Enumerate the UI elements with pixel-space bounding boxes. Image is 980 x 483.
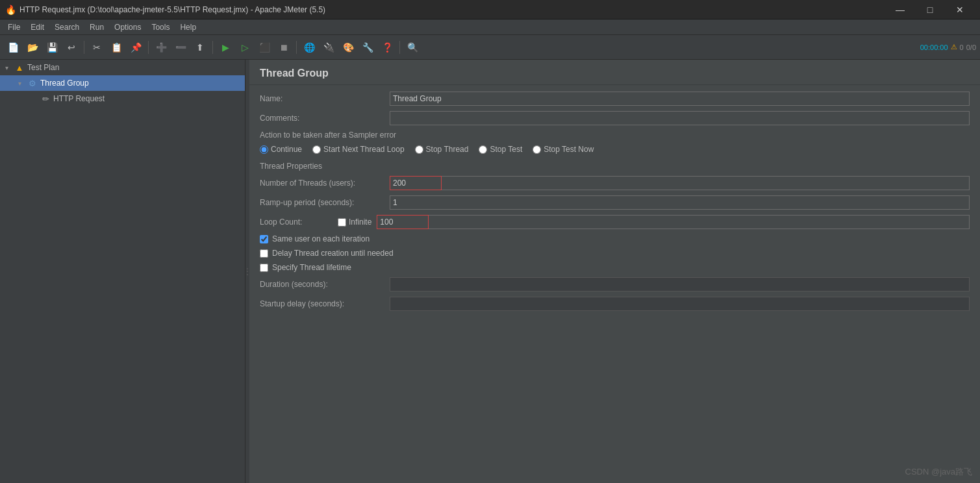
restore-button[interactable]: □ bbox=[915, 0, 945, 19]
move-up-button[interactable]: ⬆ bbox=[191, 38, 209, 56]
name-row: Name: bbox=[260, 92, 970, 106]
rampup-row: Ramp-up period (seconds): bbox=[260, 195, 970, 210]
title-bar: 🔥 HTTP Request.jmx (D:\tool\apache-jmete… bbox=[0, 0, 980, 19]
start-no-pause-button[interactable]: ▷ bbox=[236, 38, 254, 56]
startup-delay-row: Startup delay (seconds): bbox=[260, 297, 970, 311]
new-button[interactable]: 📄 bbox=[4, 38, 22, 56]
specify-lifetime-row: Specify Thread lifetime bbox=[260, 263, 970, 272]
tree-item-http-request[interactable]: ▾ ✏ HTTP Request bbox=[0, 91, 245, 106]
help-toolbar-button[interactable]: ❓ bbox=[378, 38, 396, 56]
menu-tools[interactable]: Tools bbox=[146, 21, 175, 34]
arrow-thread-icon: ▾ bbox=[18, 80, 27, 87]
app-icon: 🔥 bbox=[5, 5, 16, 15]
remote-start-button[interactable]: 🌐 bbox=[300, 38, 318, 56]
test-plan-icon: ▲ bbox=[14, 62, 25, 73]
menu-help[interactable]: Help bbox=[175, 21, 201, 34]
window-controls: — □ ✕ bbox=[885, 0, 975, 19]
watermark: CSDN @java路飞 bbox=[905, 466, 973, 478]
specify-lifetime-label: Specify Thread lifetime bbox=[272, 263, 351, 272]
radio-stop-thread[interactable]: Stop Thread bbox=[415, 145, 469, 154]
arrow-icon: ▾ bbox=[5, 64, 14, 71]
cut-button[interactable]: ✂ bbox=[88, 38, 106, 56]
menu-edit[interactable]: Edit bbox=[25, 21, 49, 34]
duration-row: Duration (seconds): bbox=[260, 277, 970, 291]
infinite-checkbox[interactable] bbox=[338, 218, 346, 227]
delay-thread-row: Delay Thread creation until needed bbox=[260, 249, 970, 258]
tree-panel: ▾ ▲ Test Plan ▾ ⚙ Thread Group ▾ ✏ HTTP … bbox=[0, 60, 245, 483]
radio-start-next-label: Start Next Thread Loop bbox=[323, 145, 405, 154]
loop-count-input[interactable] bbox=[377, 215, 429, 229]
remove-button[interactable]: ➖ bbox=[171, 38, 190, 56]
panel-header: Thread Group bbox=[249, 60, 980, 85]
duration-label: Duration (seconds): bbox=[260, 280, 390, 289]
radio-continue[interactable]: Continue bbox=[260, 145, 302, 154]
name-label: Name: bbox=[260, 94, 390, 103]
toolbar: 📄 📂 💾 ↩ ✂ 📋 📌 ➕ ➖ ⬆ ▶ ▷ ⬛ ⏹ 🌐 🔌 🎨 🔧 ❓ 🔍 … bbox=[0, 35, 980, 60]
start-button[interactable]: ▶ bbox=[216, 38, 234, 56]
loop-count-row: Loop Count: Infinite bbox=[260, 215, 970, 229]
window-title: HTTP Request.jmx (D:\tool\apache-jmeter-… bbox=[19, 5, 885, 14]
num-threads-input[interactable] bbox=[390, 176, 442, 190]
radio-start-next-thread-loop[interactable]: Start Next Thread Loop bbox=[312, 145, 405, 154]
templates-button[interactable]: 🎨 bbox=[339, 38, 357, 56]
content-panel: Thread Group Name: Comments: Action to b… bbox=[249, 60, 980, 483]
shutdown-button[interactable]: ⏹ bbox=[275, 38, 293, 56]
add-button[interactable]: ➕ bbox=[152, 38, 170, 56]
open-button[interactable]: 📂 bbox=[23, 38, 42, 56]
error-action-radio-group: Continue Start Next Thread Loop Stop Thr… bbox=[260, 145, 970, 154]
delay-thread-checkbox[interactable] bbox=[260, 249, 268, 258]
comments-input[interactable] bbox=[390, 111, 970, 125]
radio-stop-test-now[interactable]: Stop Test Now bbox=[533, 145, 594, 154]
timer-display: 00:00:00 bbox=[920, 43, 948, 51]
comments-label: Comments: bbox=[260, 114, 390, 123]
toolbar-sep-1 bbox=[84, 41, 84, 54]
radio-stop-test-label: Stop Test bbox=[490, 145, 522, 154]
specify-lifetime-checkbox[interactable] bbox=[260, 264, 268, 272]
same-user-row: Same user on each iteration bbox=[260, 234, 970, 243]
minimize-button[interactable]: — bbox=[885, 0, 915, 19]
revert-button[interactable]: ↩ bbox=[62, 38, 81, 56]
name-input[interactable] bbox=[390, 92, 970, 106]
warning-count: 0 bbox=[960, 43, 964, 51]
comments-row: Comments: bbox=[260, 111, 970, 125]
main-layout: ▾ ▲ Test Plan ▾ ⚙ Thread Group ▾ ✏ HTTP … bbox=[0, 60, 980, 483]
form-section: Name: Comments: Action to be taken after… bbox=[249, 85, 980, 323]
radio-continue-label: Continue bbox=[271, 145, 302, 154]
delay-thread-label: Delay Thread creation until needed bbox=[272, 249, 394, 258]
tree-item-test-plan[interactable]: ▾ ▲ Test Plan bbox=[0, 60, 245, 75]
infinite-checkbox-label[interactable]: Infinite bbox=[338, 217, 371, 227]
save-button[interactable]: 💾 bbox=[43, 38, 61, 56]
stop-button[interactable]: ⬛ bbox=[255, 38, 273, 56]
radio-stop-test-now-label: Stop Test Now bbox=[544, 145, 594, 154]
toolbar-sep-2 bbox=[148, 41, 149, 54]
search-toolbar-button[interactable]: 🔍 bbox=[403, 38, 421, 56]
startup-delay-input[interactable] bbox=[390, 297, 970, 311]
paste-button[interactable]: 📌 bbox=[127, 38, 145, 56]
thread-group-label: Thread Group bbox=[40, 79, 89, 88]
menu-bar: File Edit Search Run Options Tools Help bbox=[0, 19, 980, 35]
result-count: 0/0 bbox=[966, 43, 976, 51]
menu-file[interactable]: File bbox=[3, 21, 25, 34]
same-user-label: Same user on each iteration bbox=[272, 234, 370, 243]
thread-properties-title: Thread Properties bbox=[260, 162, 970, 171]
remote-stop-button[interactable]: 🔌 bbox=[320, 38, 338, 56]
test-plan-label: Test Plan bbox=[27, 63, 59, 72]
action-label: Action to be taken after a Sampler error bbox=[260, 130, 970, 140]
radio-stop-thread-label: Stop Thread bbox=[426, 145, 469, 154]
startup-delay-label: Startup delay (seconds): bbox=[260, 299, 390, 308]
loop-count-label: Loop Count: bbox=[260, 217, 338, 227]
menu-run[interactable]: Run bbox=[84, 21, 109, 34]
toolbar-sep-3 bbox=[212, 41, 213, 54]
copy-button[interactable]: 📋 bbox=[107, 38, 125, 56]
duration-input[interactable] bbox=[390, 277, 970, 291]
http-request-icon: ✏ bbox=[40, 93, 51, 104]
tree-item-thread-group[interactable]: ▾ ⚙ Thread Group bbox=[0, 75, 245, 91]
script-tools-button[interactable]: 🔧 bbox=[358, 38, 377, 56]
radio-stop-test[interactable]: Stop Test bbox=[479, 145, 522, 154]
close-button[interactable]: ✕ bbox=[945, 0, 975, 19]
menu-options[interactable]: Options bbox=[109, 21, 146, 34]
rampup-input[interactable] bbox=[390, 195, 970, 210]
same-user-checkbox[interactable] bbox=[260, 235, 268, 243]
menu-search[interactable]: Search bbox=[49, 21, 84, 34]
warning-icon: ⚠ bbox=[951, 43, 957, 51]
